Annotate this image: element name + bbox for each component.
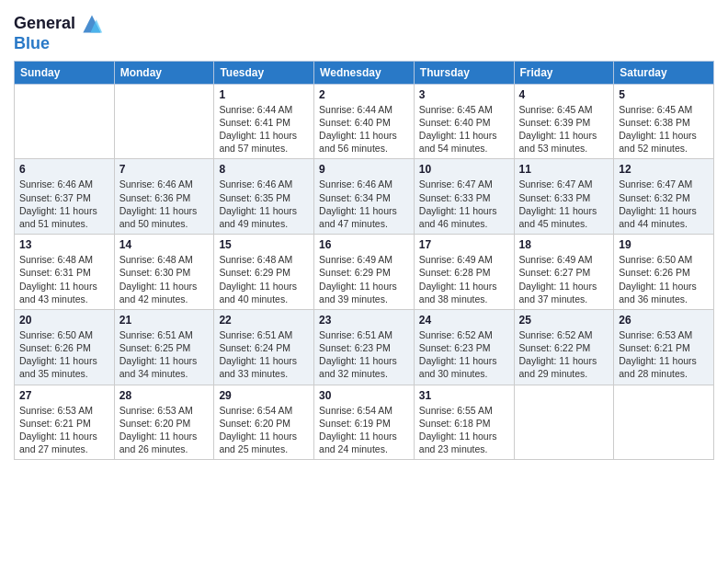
- calendar-cell: 10Sunrise: 6:47 AMSunset: 6:33 PMDayligh…: [414, 159, 514, 235]
- day-number: 19: [619, 238, 709, 251]
- sunrise-text: Sunrise: 6:45 AM: [519, 103, 609, 116]
- daylight-text: Daylight: 11 hours and 50 minutes.: [119, 204, 210, 230]
- day-info: Sunrise: 6:51 AMSunset: 6:24 PMDaylight:…: [219, 328, 309, 381]
- day-number: 22: [219, 314, 309, 327]
- sunset-text: Sunset: 6:38 PM: [619, 116, 709, 129]
- calendar-cell: 14Sunrise: 6:48 AMSunset: 6:30 PMDayligh…: [114, 235, 214, 310]
- day-number: 2: [319, 88, 409, 101]
- day-number: 16: [319, 238, 409, 251]
- sunset-text: Sunset: 6:21 PM: [619, 341, 709, 354]
- sunrise-text: Sunrise: 6:53 AM: [619, 328, 709, 341]
- daylight-text: Daylight: 11 hours and 40 minutes.: [219, 280, 309, 305]
- sunrise-text: Sunrise: 6:45 AM: [419, 103, 509, 116]
- sunrise-text: Sunrise: 6:46 AM: [219, 178, 309, 190]
- sunrise-text: Sunrise: 6:46 AM: [119, 178, 210, 190]
- day-info: Sunrise: 6:46 AMSunset: 6:37 PMDaylight:…: [19, 178, 109, 230]
- sunset-text: Sunset: 6:21 PM: [19, 417, 109, 430]
- logo-blue-text: Blue: [14, 35, 50, 53]
- sunrise-text: Sunrise: 6:44 AM: [319, 103, 409, 116]
- sunset-text: Sunset: 6:31 PM: [19, 266, 109, 279]
- day-info: Sunrise: 6:46 AMSunset: 6:35 PMDaylight:…: [219, 178, 309, 230]
- sunset-text: Sunset: 6:39 PM: [519, 116, 609, 129]
- day-number: 11: [519, 163, 609, 176]
- day-info: Sunrise: 6:50 AMSunset: 6:26 PMDaylight:…: [19, 328, 109, 381]
- sunset-text: Sunset: 6:25 PM: [119, 341, 210, 354]
- sunrise-text: Sunrise: 6:53 AM: [119, 404, 210, 417]
- calendar-header-monday: Monday: [114, 61, 214, 84]
- calendar-header-sunday: Sunday: [15, 61, 115, 84]
- day-info: Sunrise: 6:48 AMSunset: 6:30 PMDaylight:…: [119, 253, 210, 305]
- calendar-cell: 12Sunrise: 6:47 AMSunset: 6:32 PMDayligh…: [614, 159, 714, 235]
- calendar-week-row: 20Sunrise: 6:50 AMSunset: 6:26 PMDayligh…: [15, 309, 714, 385]
- sunrise-text: Sunrise: 6:45 AM: [619, 103, 709, 116]
- sunset-text: Sunset: 6:24 PM: [219, 341, 309, 354]
- calendar-week-row: 1Sunrise: 6:44 AMSunset: 6:41 PMDaylight…: [15, 84, 714, 159]
- daylight-text: Daylight: 11 hours and 33 minutes.: [219, 354, 309, 380]
- sunrise-text: Sunrise: 6:48 AM: [19, 253, 109, 266]
- day-number: 18: [519, 238, 609, 251]
- day-number: 29: [219, 389, 309, 402]
- sunrise-text: Sunrise: 6:49 AM: [519, 253, 609, 266]
- daylight-text: Daylight: 11 hours and 49 minutes.: [219, 204, 309, 230]
- sunset-text: Sunset: 6:23 PM: [319, 341, 409, 354]
- day-number: 3: [419, 88, 509, 101]
- sunset-text: Sunset: 6:40 PM: [419, 116, 509, 129]
- sunset-text: Sunset: 6:35 PM: [219, 191, 309, 204]
- sunrise-text: Sunrise: 6:51 AM: [319, 328, 409, 341]
- sunrise-text: Sunrise: 6:46 AM: [319, 178, 409, 190]
- day-number: 1: [219, 88, 309, 101]
- sunset-text: Sunset: 6:40 PM: [319, 116, 409, 129]
- day-info: Sunrise: 6:48 AMSunset: 6:29 PMDaylight:…: [219, 253, 309, 305]
- calendar-header-saturday: Saturday: [614, 61, 714, 84]
- day-number: 23: [319, 314, 409, 327]
- daylight-text: Daylight: 11 hours and 44 minutes.: [619, 204, 709, 230]
- calendar-cell: [614, 385, 714, 460]
- sunrise-text: Sunrise: 6:50 AM: [19, 328, 109, 341]
- daylight-text: Daylight: 11 hours and 35 minutes.: [19, 354, 109, 380]
- daylight-text: Daylight: 11 hours and 51 minutes.: [19, 204, 109, 230]
- daylight-text: Daylight: 11 hours and 43 minutes.: [19, 280, 109, 305]
- sunset-text: Sunset: 6:27 PM: [519, 266, 609, 279]
- calendar-cell: 2Sunrise: 6:44 AMSunset: 6:40 PMDaylight…: [314, 84, 415, 159]
- daylight-text: Daylight: 11 hours and 46 minutes.: [419, 204, 509, 230]
- sunrise-text: Sunrise: 6:53 AM: [19, 404, 109, 417]
- sunset-text: Sunset: 6:30 PM: [119, 266, 210, 279]
- day-number: 24: [419, 314, 509, 327]
- calendar-cell: 7Sunrise: 6:46 AMSunset: 6:36 PMDaylight…: [114, 159, 214, 235]
- day-number: 15: [219, 238, 309, 251]
- logo-text: General: [14, 15, 75, 33]
- daylight-text: Daylight: 11 hours and 28 minutes.: [619, 354, 709, 380]
- calendar-header-friday: Friday: [514, 61, 614, 84]
- sunrise-text: Sunrise: 6:47 AM: [519, 178, 609, 190]
- calendar-header-row: SundayMondayTuesdayWednesdayThursdayFrid…: [15, 61, 714, 84]
- calendar-cell: 22Sunrise: 6:51 AMSunset: 6:24 PMDayligh…: [214, 309, 314, 385]
- sunset-text: Sunset: 6:22 PM: [519, 341, 609, 354]
- day-number: 9: [319, 163, 409, 176]
- sunset-text: Sunset: 6:33 PM: [519, 191, 609, 204]
- daylight-text: Daylight: 11 hours and 27 minutes.: [19, 430, 109, 455]
- sunset-text: Sunset: 6:26 PM: [19, 341, 109, 354]
- calendar-cell: 15Sunrise: 6:48 AMSunset: 6:29 PMDayligh…: [214, 235, 314, 310]
- calendar-cell: 18Sunrise: 6:49 AMSunset: 6:27 PMDayligh…: [514, 235, 614, 310]
- day-info: Sunrise: 6:52 AMSunset: 6:23 PMDaylight:…: [419, 328, 509, 381]
- sunrise-text: Sunrise: 6:54 AM: [219, 404, 309, 417]
- calendar-week-row: 6Sunrise: 6:46 AMSunset: 6:37 PMDaylight…: [15, 159, 714, 235]
- daylight-text: Daylight: 11 hours and 39 minutes.: [319, 280, 409, 305]
- day-info: Sunrise: 6:49 AMSunset: 6:29 PMDaylight:…: [319, 253, 409, 305]
- daylight-text: Daylight: 11 hours and 34 minutes.: [119, 354, 210, 380]
- day-info: Sunrise: 6:48 AMSunset: 6:31 PMDaylight:…: [19, 253, 109, 305]
- day-info: Sunrise: 6:49 AMSunset: 6:27 PMDaylight:…: [519, 253, 609, 305]
- sunrise-text: Sunrise: 6:50 AM: [619, 253, 709, 266]
- day-info: Sunrise: 6:53 AMSunset: 6:21 PMDaylight:…: [619, 328, 709, 381]
- day-info: Sunrise: 6:44 AMSunset: 6:40 PMDaylight:…: [319, 103, 409, 155]
- calendar-cell: 26Sunrise: 6:53 AMSunset: 6:21 PMDayligh…: [614, 309, 714, 385]
- day-info: Sunrise: 6:46 AMSunset: 6:36 PMDaylight:…: [119, 178, 210, 230]
- day-info: Sunrise: 6:45 AMSunset: 6:39 PMDaylight:…: [519, 103, 609, 155]
- sunset-text: Sunset: 6:20 PM: [119, 417, 210, 430]
- sunset-text: Sunset: 6:29 PM: [319, 266, 409, 279]
- sunrise-text: Sunrise: 6:47 AM: [619, 178, 709, 190]
- sunset-text: Sunset: 6:20 PM: [219, 417, 309, 430]
- day-info: Sunrise: 6:44 AMSunset: 6:41 PMDaylight:…: [219, 103, 309, 155]
- sunrise-text: Sunrise: 6:49 AM: [419, 253, 509, 266]
- calendar-cell: 23Sunrise: 6:51 AMSunset: 6:23 PMDayligh…: [314, 309, 415, 385]
